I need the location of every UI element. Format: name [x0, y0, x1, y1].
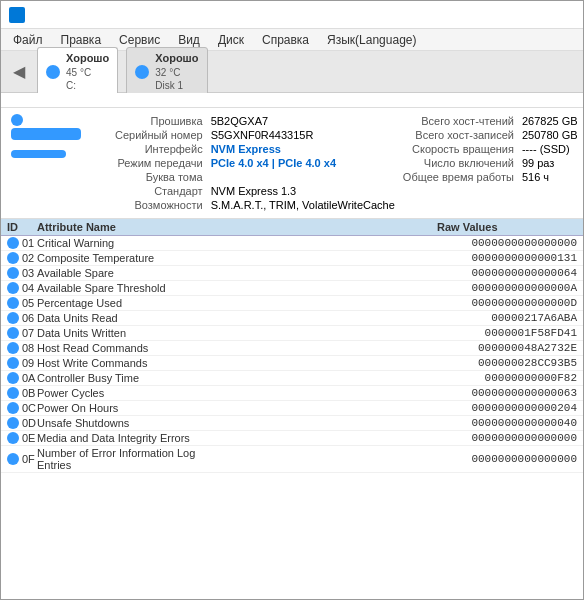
row-id: 06: [22, 312, 34, 324]
row-id-cell: 0A: [7, 372, 37, 384]
row-id: 0D: [22, 417, 36, 429]
disk-1-status-icon: [135, 65, 149, 79]
drive-title: [1, 93, 583, 108]
spec-label: Всего хост-чтений: [399, 114, 518, 128]
spec-label: Скорость вращения: [399, 142, 518, 156]
spec-label: Прошивка: [111, 114, 207, 128]
menu-item-[interactable]: Вид: [170, 31, 208, 49]
row-raw: 0000000000000000: [437, 453, 577, 465]
maximize-button[interactable]: [521, 5, 547, 25]
row-raw: 000000000000000D: [437, 297, 577, 309]
row-id-cell: 07: [7, 327, 37, 339]
row-id-cell: 05: [7, 297, 37, 309]
spec-value: S5GXNF0R443315R: [207, 128, 399, 142]
row-name: Host Write Commands: [37, 357, 197, 369]
spec-value: 5B2QGXA7: [207, 114, 399, 128]
menu-item-language[interactable]: Язык(Language): [319, 31, 424, 49]
row-id: 05: [22, 297, 34, 309]
spec-label: [399, 184, 518, 198]
spec-value: PCIe 4.0 x4 | PCIe 4.0 x4: [207, 156, 399, 170]
table-row[interactable]: 0F Number of Error Information Log Entri…: [1, 446, 583, 473]
menu-item-[interactable]: Сервис: [111, 31, 168, 49]
row-id-cell: 09: [7, 357, 37, 369]
app-icon: [9, 7, 25, 23]
row-raw: 0000000000000131: [437, 252, 577, 264]
table-row[interactable]: 07 Data Units Written 0000001F58FD41: [1, 326, 583, 341]
menu-item-[interactable]: Файл: [5, 31, 51, 49]
spec-value: 516 ч: [518, 170, 582, 184]
spec-value: NVM Express: [207, 142, 399, 156]
row-raw: 000000028CC93B5: [437, 357, 577, 369]
row-status-icon: [7, 327, 19, 339]
title-bar-left: [9, 7, 31, 23]
table-row[interactable]: 05 Percentage Used 000000000000000D: [1, 296, 583, 311]
row-raw: 000000048A2732E: [437, 342, 577, 354]
disk-1-info: Хорошо 32 °C Disk 1: [155, 51, 198, 91]
info-section: Прошивка 5B2QGXA7 Всего хост-чтений 2678…: [1, 108, 583, 219]
row-name: Available Spare: [37, 267, 197, 279]
row-name: Data Units Written: [37, 327, 197, 339]
table-row[interactable]: 0D Unsafe Shutdowns 0000000000000040: [1, 416, 583, 431]
table-row[interactable]: 09 Host Write Commands 000000028CC93B5: [1, 356, 583, 371]
disk-tab-c[interactable]: Хорошо 45 °C C:: [37, 47, 118, 95]
table-row[interactable]: 04 Available Spare Threshold 00000000000…: [1, 281, 583, 296]
row-id: 0C: [22, 402, 36, 414]
table-row[interactable]: 0A Controller Busy Time 00000000000F82: [1, 371, 583, 386]
row-raw: 000000000000000A: [437, 282, 577, 294]
row-status-icon: [7, 432, 19, 444]
disk-c-label: Хорошо: [66, 51, 109, 65]
table-body: 01 Critical Warning 0000000000000000 02 …: [1, 236, 583, 599]
specs-container: Прошивка 5B2QGXA7 Всего хост-чтений 2678…: [111, 114, 582, 212]
title-bar: [1, 1, 583, 29]
row-id: 04: [22, 282, 34, 294]
row-status-icon: [7, 342, 19, 354]
row-raw: 0000000000000040: [437, 417, 577, 429]
menu-item-[interactable]: Справка: [254, 31, 317, 49]
table-section: ID Attribute Name Raw Values 01 Critical…: [1, 219, 583, 599]
menu-item-[interactable]: Правка: [53, 31, 110, 49]
disk-c-status-icon: [46, 65, 60, 79]
row-status-icon: [7, 372, 19, 384]
content-area: Прошивка 5B2QGXA7 Всего хост-чтений 2678…: [1, 93, 583, 599]
row-id: 07: [22, 327, 34, 339]
row-name: Percentage Used: [37, 297, 197, 309]
disk-tab-1[interactable]: Хорошо 32 °C Disk 1: [126, 47, 207, 95]
spec-label: Всего хост-записей: [399, 128, 518, 142]
row-id-cell: 0E: [7, 432, 37, 444]
table-row[interactable]: 03 Available Spare 0000000000000064: [1, 266, 583, 281]
row-status-icon: [7, 282, 19, 294]
spec-label: Число включений: [399, 156, 518, 170]
table-row[interactable]: 06 Data Units Read 00000217A6ABA: [1, 311, 583, 326]
table-row[interactable]: 0E Media and Data Integrity Errors 00000…: [1, 431, 583, 446]
row-name: Unsafe Shutdowns: [37, 417, 197, 429]
disk-1-drive: Disk 1: [155, 79, 198, 92]
table-row[interactable]: 02 Composite Temperature 000000000000013…: [1, 251, 583, 266]
table-row[interactable]: 01 Critical Warning 0000000000000000: [1, 236, 583, 251]
minimize-button[interactable]: [493, 5, 519, 25]
health-box: [11, 128, 81, 140]
spec-label: [399, 198, 518, 212]
row-status-icon: [7, 387, 19, 399]
spec-label: Стандарт: [111, 184, 207, 198]
close-button[interactable]: [549, 5, 575, 25]
row-raw: 00000217A6ABA: [437, 312, 577, 324]
table-row[interactable]: 08 Host Read Commands 000000048A2732E: [1, 341, 583, 356]
row-name: Host Read Commands: [37, 342, 197, 354]
row-status-icon: [7, 297, 19, 309]
table-header: ID Attribute Name Raw Values: [1, 219, 583, 236]
menu-item-[interactable]: Диск: [210, 31, 252, 49]
row-name: Composite Temperature: [37, 252, 197, 264]
spec-value: [518, 184, 582, 198]
table-row[interactable]: 0C Power On Hours 0000000000000204: [1, 401, 583, 416]
spec-label: Буква тома: [111, 170, 207, 184]
row-raw: 0000001F58FD41: [437, 327, 577, 339]
row-raw: 00000000000F82: [437, 372, 577, 384]
table-row[interactable]: 0B Power Cycles 0000000000000063: [1, 386, 583, 401]
row-id-cell: 08: [7, 342, 37, 354]
spec-value: NVM Express 1.3: [207, 184, 399, 198]
col-id: ID: [7, 221, 37, 233]
nav-left-arrow[interactable]: ◀: [9, 60, 29, 83]
temp-box: [11, 150, 66, 158]
row-raw: 0000000000000000: [437, 237, 577, 249]
row-name: Media and Data Integrity Errors: [37, 432, 197, 444]
